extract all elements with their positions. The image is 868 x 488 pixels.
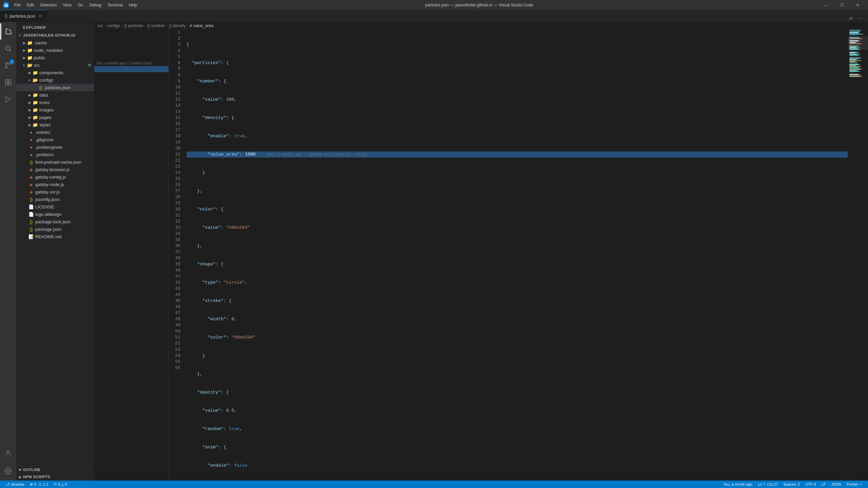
minimize-button[interactable]: — [818, 0, 834, 10]
minimap[interactable] [848, 29, 868, 481]
statusbar-prettier[interactable]: Prettier ✓ [844, 481, 865, 488]
sidebar-item-font-preload[interactable]: ▶ {} font-preload-cache.json [16, 158, 94, 166]
breadcrumb-configs[interactable]: configs [107, 23, 120, 28]
sidebar-item-configs[interactable]: ▾ 📂 configs [16, 76, 94, 84]
sidebar-item-prettierignore[interactable]: ▶ ● .prettierignore [16, 143, 94, 151]
breadcrumb-number[interactable]: {} number [147, 23, 165, 28]
activity-settings[interactable] [0, 463, 16, 479]
sidebar-root[interactable]: ▾ JASONTHEILER.GITHUB.IO [16, 32, 94, 39]
activity-search[interactable] [0, 40, 16, 57]
sidebar-item-gatsby-config[interactable]: ▶ ◈ gatsby-config.js [16, 173, 94, 181]
prettierrc-label: .prettierrc [35, 152, 54, 157]
code-line-23: "anim": { [186, 444, 848, 450]
linenum-24: 24 [169, 170, 180, 176]
src-git-badge: M [88, 63, 91, 67]
sidebar-item-jsconfig[interactable]: ▶ {} jsconfig.json [16, 196, 94, 203]
tab-close[interactable]: ✕ [39, 14, 42, 18]
statusbar-language[interactable]: JSON [828, 481, 844, 488]
more-actions-icon[interactable]: ⋯ [856, 15, 865, 22]
activity-extensions[interactable] [0, 74, 16, 90]
gatsby-node-icon: ◈ [28, 182, 34, 187]
menu-file[interactable]: File [12, 2, 23, 8]
tab-particles-json[interactable]: {} particles.json ✕ [0, 10, 47, 22]
particles-json-label: particles.json [45, 85, 71, 90]
sidebar-npm-scripts-header[interactable]: ▶ NPM SCRIPTS [16, 473, 94, 481]
linenum-49: 49 [169, 322, 180, 328]
svg-point-11 [7, 470, 9, 472]
branch-label: develop [11, 482, 24, 486]
menu-bar: File Edit Selection View Go Debug Termin… [12, 2, 140, 8]
svg-marker-9 [6, 97, 11, 102]
menu-help[interactable]: Help [126, 2, 140, 8]
activity-source-control[interactable]: 1 [0, 57, 16, 74]
linenum-53: 53 [169, 347, 180, 353]
inline-blame-7: You, a month ago • Update particles.js c… [266, 151, 367, 158]
code-line-20: "opacity": { [186, 389, 848, 395]
breadcrumb-particles[interactable]: {} particles [124, 23, 143, 28]
menu-debug[interactable]: Debug [86, 2, 104, 8]
breadcrumb: src › configs › {} particles › {} number… [94, 22, 868, 29]
sidebar-item-eslintrc[interactable]: ▶ ● .eslintrc [16, 128, 94, 136]
sidebar-item-icons[interactable]: ▶ 📁 icons [16, 99, 94, 106]
icons-label: icons [39, 100, 50, 105]
sidebar-item-node-modules[interactable]: ▶ 📁 node_modules [16, 46, 94, 54]
sidebar-item-data[interactable]: ▶ 📁 data [16, 91, 94, 99]
sidebar-item-license[interactable]: ▶ 📄 LICENSE [16, 203, 94, 210]
statusbar-errors[interactable]: ⊗ 0 ⚠ 1 1 [27, 481, 51, 488]
split-editor-icon[interactable]: ⇄ [847, 15, 855, 22]
sidebar-item-prettierrc[interactable]: ▶ ● .prettierrc [16, 151, 94, 158]
breadcrumb-src[interactable]: src [98, 23, 103, 28]
close-button[interactable]: ✕ [850, 0, 865, 10]
activity-explorer[interactable] [0, 23, 16, 40]
linenum-1: 1 [169, 29, 180, 36]
sidebar-item-pages[interactable]: ▶ 📁 pages [16, 114, 94, 121]
svg-point-10 [7, 450, 9, 453]
svg-point-2 [5, 66, 7, 68]
breadcrumb-value-area[interactable]: # value_area [190, 23, 213, 28]
blame-label: You, a month ago [723, 482, 752, 486]
sidebar-item-gatsby-node[interactable]: ▶ ◈ gatsby-node.js [16, 181, 94, 188]
menu-terminal[interactable]: Terminal [105, 2, 125, 8]
sidebar-item-styles[interactable]: ▶ 📁 styles [16, 121, 94, 128]
sidebar-item-logo[interactable]: ▶ 📄 logo.afdesign [16, 210, 94, 218]
sidebar-item-particles-json[interactable]: ▶ {} particles.json [16, 84, 94, 91]
statusbar-sync[interactable]: ↻ 0 △ 0 [51, 481, 70, 488]
sidebar-item-gatsby-browser[interactable]: ▶ ◈ gatsby-browser.js [16, 166, 94, 173]
sidebar-item-readme[interactable]: ▶ 📝 README.md [16, 233, 94, 240]
menu-edit[interactable]: Edit [24, 2, 37, 8]
sidebar-header: EXPLORER [16, 22, 94, 32]
menu-selection[interactable]: Selection [37, 2, 59, 8]
blame-2 [94, 36, 169, 42]
code-editor[interactable]: { "particles": { "number": { "value": 10… [183, 29, 848, 481]
sidebar-item-components[interactable]: ▶ 📁 components [16, 69, 94, 76]
folder-icon: 📁 [27, 55, 33, 60]
sidebar-outline-header[interactable]: ▶ OUTLINE [16, 466, 94, 473]
menu-go[interactable]: Go [75, 2, 86, 8]
activity-accounts[interactable] [0, 445, 16, 461]
breadcrumb-density[interactable]: {} density [169, 23, 185, 28]
sidebar-item-package-lock[interactable]: ▶ {} package-lock.json [16, 218, 94, 225]
menu-view[interactable]: View [60, 2, 74, 8]
package-lock-label: package-lock.json [35, 219, 71, 224]
statusbar-position[interactable]: Ln 7, Col 27 [755, 481, 781, 488]
sidebar-item-package[interactable]: ▶ {} package.json [16, 225, 94, 233]
sidebar-item-gatsby-ssr[interactable]: ▶ ◈ gatsby-ssr.js [16, 188, 94, 196]
sidebar-item-cache[interactable]: ▶ 📁 .cache [16, 39, 94, 46]
linenum-43: 43 [169, 286, 180, 292]
sidebar-item-images[interactable]: ▶ 📁 images [16, 106, 94, 114]
activity-run[interactable] [0, 91, 16, 107]
linenum-31: 31 [169, 212, 180, 219]
statusbar-blame[interactable]: You, a month ago [721, 481, 755, 488]
statusbar-encoding[interactable]: UTF-8 [803, 481, 818, 488]
sidebar-item-src[interactable]: ▾ 📂 src M [16, 61, 94, 69]
vscode-icon [3, 2, 9, 8]
window-controls: — ❐ ✕ [818, 0, 865, 10]
statusbar-eol[interactable]: LF [818, 481, 828, 488]
sidebar-item-gitignore[interactable]: ▶ ● .gitignore [16, 136, 94, 143]
sync-label: 0 △ 0 [58, 482, 67, 487]
maximize-button[interactable]: ❐ [834, 0, 850, 10]
npm-chevron: ▶ [19, 475, 22, 479]
statusbar-branch[interactable]: ⎇ develop [3, 481, 27, 488]
sidebar-item-public[interactable]: ▶ 📁 public [16, 54, 94, 61]
statusbar-spaces[interactable]: Spaces: 2 [781, 481, 803, 488]
